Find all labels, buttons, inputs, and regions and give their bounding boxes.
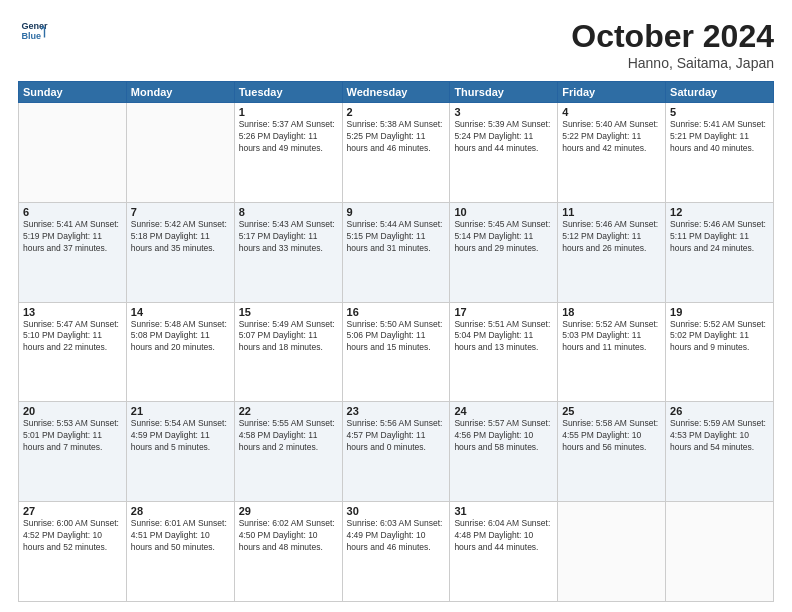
calendar-cell: 2Sunrise: 5:38 AM Sunset: 5:25 PM Daylig… [342, 103, 450, 203]
weekday-header-friday: Friday [558, 82, 666, 103]
calendar-cell: 19Sunrise: 5:52 AM Sunset: 5:02 PM Dayli… [666, 302, 774, 402]
location: Hanno, Saitama, Japan [571, 55, 774, 71]
day-number: 7 [131, 206, 230, 218]
day-info: Sunrise: 5:48 AM Sunset: 5:08 PM Dayligh… [131, 319, 230, 355]
day-number: 5 [670, 106, 769, 118]
day-number: 14 [131, 306, 230, 318]
calendar-cell: 25Sunrise: 5:58 AM Sunset: 4:55 PM Dayli… [558, 402, 666, 502]
day-number: 28 [131, 505, 230, 517]
day-number: 29 [239, 505, 338, 517]
calendar-cell: 28Sunrise: 6:01 AM Sunset: 4:51 PM Dayli… [126, 502, 234, 602]
day-info: Sunrise: 5:38 AM Sunset: 5:25 PM Dayligh… [347, 119, 446, 155]
day-info: Sunrise: 6:03 AM Sunset: 4:49 PM Dayligh… [347, 518, 446, 554]
month-title: October 2024 [571, 18, 774, 55]
weekday-header-row: SundayMondayTuesdayWednesdayThursdayFrid… [19, 82, 774, 103]
day-info: Sunrise: 5:40 AM Sunset: 5:22 PM Dayligh… [562, 119, 661, 155]
svg-text:Blue: Blue [21, 31, 41, 41]
week-row-4: 20Sunrise: 5:53 AM Sunset: 5:01 PM Dayli… [19, 402, 774, 502]
calendar-cell: 26Sunrise: 5:59 AM Sunset: 4:53 PM Dayli… [666, 402, 774, 502]
day-info: Sunrise: 5:52 AM Sunset: 5:02 PM Dayligh… [670, 319, 769, 355]
calendar: SundayMondayTuesdayWednesdayThursdayFrid… [18, 81, 774, 602]
day-info: Sunrise: 6:04 AM Sunset: 4:48 PM Dayligh… [454, 518, 553, 554]
logo-icon: General Blue [20, 18, 48, 46]
day-info: Sunrise: 5:42 AM Sunset: 5:18 PM Dayligh… [131, 219, 230, 255]
day-number: 6 [23, 206, 122, 218]
week-row-1: 1Sunrise: 5:37 AM Sunset: 5:26 PM Daylig… [19, 103, 774, 203]
calendar-cell: 15Sunrise: 5:49 AM Sunset: 5:07 PM Dayli… [234, 302, 342, 402]
calendar-cell: 29Sunrise: 6:02 AM Sunset: 4:50 PM Dayli… [234, 502, 342, 602]
day-info: Sunrise: 5:54 AM Sunset: 4:59 PM Dayligh… [131, 418, 230, 454]
day-info: Sunrise: 5:47 AM Sunset: 5:10 PM Dayligh… [23, 319, 122, 355]
calendar-cell: 17Sunrise: 5:51 AM Sunset: 5:04 PM Dayli… [450, 302, 558, 402]
day-number: 13 [23, 306, 122, 318]
day-number: 11 [562, 206, 661, 218]
calendar-cell: 10Sunrise: 5:45 AM Sunset: 5:14 PM Dayli… [450, 202, 558, 302]
calendar-cell: 27Sunrise: 6:00 AM Sunset: 4:52 PM Dayli… [19, 502, 127, 602]
calendar-cell: 11Sunrise: 5:46 AM Sunset: 5:12 PM Dayli… [558, 202, 666, 302]
week-row-5: 27Sunrise: 6:00 AM Sunset: 4:52 PM Dayli… [19, 502, 774, 602]
day-info: Sunrise: 5:46 AM Sunset: 5:12 PM Dayligh… [562, 219, 661, 255]
calendar-cell: 18Sunrise: 5:52 AM Sunset: 5:03 PM Dayli… [558, 302, 666, 402]
day-info: Sunrise: 5:53 AM Sunset: 5:01 PM Dayligh… [23, 418, 122, 454]
weekday-header-tuesday: Tuesday [234, 82, 342, 103]
day-number: 20 [23, 405, 122, 417]
calendar-cell: 24Sunrise: 5:57 AM Sunset: 4:56 PM Dayli… [450, 402, 558, 502]
calendar-cell: 12Sunrise: 5:46 AM Sunset: 5:11 PM Dayli… [666, 202, 774, 302]
calendar-cell: 5Sunrise: 5:41 AM Sunset: 5:21 PM Daylig… [666, 103, 774, 203]
calendar-cell: 16Sunrise: 5:50 AM Sunset: 5:06 PM Dayli… [342, 302, 450, 402]
weekday-header-thursday: Thursday [450, 82, 558, 103]
day-number: 25 [562, 405, 661, 417]
calendar-cell: 9Sunrise: 5:44 AM Sunset: 5:15 PM Daylig… [342, 202, 450, 302]
calendar-cell: 14Sunrise: 5:48 AM Sunset: 5:08 PM Dayli… [126, 302, 234, 402]
day-number: 9 [347, 206, 446, 218]
weekday-header-wednesday: Wednesday [342, 82, 450, 103]
weekday-header-monday: Monday [126, 82, 234, 103]
calendar-cell [666, 502, 774, 602]
title-block: October 2024 Hanno, Saitama, Japan [571, 18, 774, 71]
day-number: 31 [454, 505, 553, 517]
calendar-cell: 23Sunrise: 5:56 AM Sunset: 4:57 PM Dayli… [342, 402, 450, 502]
day-info: Sunrise: 5:46 AM Sunset: 5:11 PM Dayligh… [670, 219, 769, 255]
page: General Blue October 2024 Hanno, Saitama… [0, 0, 792, 612]
calendar-cell: 4Sunrise: 5:40 AM Sunset: 5:22 PM Daylig… [558, 103, 666, 203]
day-number: 30 [347, 505, 446, 517]
week-row-2: 6Sunrise: 5:41 AM Sunset: 5:19 PM Daylig… [19, 202, 774, 302]
day-info: Sunrise: 6:01 AM Sunset: 4:51 PM Dayligh… [131, 518, 230, 554]
day-number: 10 [454, 206, 553, 218]
day-info: Sunrise: 6:00 AM Sunset: 4:52 PM Dayligh… [23, 518, 122, 554]
day-number: 8 [239, 206, 338, 218]
calendar-cell: 1Sunrise: 5:37 AM Sunset: 5:26 PM Daylig… [234, 103, 342, 203]
day-info: Sunrise: 5:41 AM Sunset: 5:21 PM Dayligh… [670, 119, 769, 155]
day-info: Sunrise: 5:44 AM Sunset: 5:15 PM Dayligh… [347, 219, 446, 255]
calendar-cell: 13Sunrise: 5:47 AM Sunset: 5:10 PM Dayli… [19, 302, 127, 402]
calendar-cell: 6Sunrise: 5:41 AM Sunset: 5:19 PM Daylig… [19, 202, 127, 302]
day-number: 18 [562, 306, 661, 318]
calendar-cell: 22Sunrise: 5:55 AM Sunset: 4:58 PM Dayli… [234, 402, 342, 502]
day-info: Sunrise: 6:02 AM Sunset: 4:50 PM Dayligh… [239, 518, 338, 554]
day-number: 4 [562, 106, 661, 118]
day-number: 2 [347, 106, 446, 118]
day-info: Sunrise: 5:52 AM Sunset: 5:03 PM Dayligh… [562, 319, 661, 355]
day-info: Sunrise: 5:41 AM Sunset: 5:19 PM Dayligh… [23, 219, 122, 255]
weekday-header-saturday: Saturday [666, 82, 774, 103]
calendar-cell: 20Sunrise: 5:53 AM Sunset: 5:01 PM Dayli… [19, 402, 127, 502]
day-info: Sunrise: 5:51 AM Sunset: 5:04 PM Dayligh… [454, 319, 553, 355]
day-info: Sunrise: 5:59 AM Sunset: 4:53 PM Dayligh… [670, 418, 769, 454]
day-info: Sunrise: 5:39 AM Sunset: 5:24 PM Dayligh… [454, 119, 553, 155]
day-info: Sunrise: 5:57 AM Sunset: 4:56 PM Dayligh… [454, 418, 553, 454]
calendar-cell: 3Sunrise: 5:39 AM Sunset: 5:24 PM Daylig… [450, 103, 558, 203]
day-number: 26 [670, 405, 769, 417]
day-info: Sunrise: 5:56 AM Sunset: 4:57 PM Dayligh… [347, 418, 446, 454]
day-number: 24 [454, 405, 553, 417]
calendar-cell: 7Sunrise: 5:42 AM Sunset: 5:18 PM Daylig… [126, 202, 234, 302]
day-number: 15 [239, 306, 338, 318]
day-number: 19 [670, 306, 769, 318]
day-info: Sunrise: 5:50 AM Sunset: 5:06 PM Dayligh… [347, 319, 446, 355]
day-info: Sunrise: 5:49 AM Sunset: 5:07 PM Dayligh… [239, 319, 338, 355]
day-number: 21 [131, 405, 230, 417]
day-number: 23 [347, 405, 446, 417]
day-number: 22 [239, 405, 338, 417]
day-info: Sunrise: 5:45 AM Sunset: 5:14 PM Dayligh… [454, 219, 553, 255]
calendar-cell: 8Sunrise: 5:43 AM Sunset: 5:17 PM Daylig… [234, 202, 342, 302]
day-number: 16 [347, 306, 446, 318]
